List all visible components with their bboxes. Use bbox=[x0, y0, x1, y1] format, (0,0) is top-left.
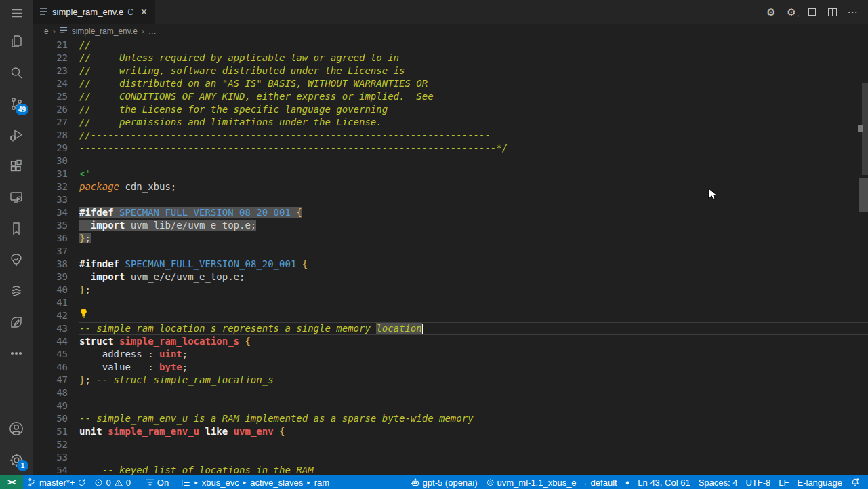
code-line-text[interactable]: unit simple_ram_env_u like uvm_env { bbox=[79, 425, 868, 438]
code-line-text[interactable]: ----------------------------------------… bbox=[79, 142, 868, 155]
remote-explorer-icon[interactable] bbox=[0, 182, 33, 213]
language-mode-item[interactable]: E-language bbox=[793, 475, 847, 489]
code-line-text[interactable] bbox=[79, 399, 868, 412]
run-debug-icon[interactable] bbox=[0, 119, 33, 151]
code-line-50[interactable]: 50-- simple_ram_env_u is a RAM implement… bbox=[33, 412, 868, 425]
code-line-text[interactable]: package cdn_xbus; bbox=[79, 180, 868, 193]
code-line-text[interactable]: value : byte; bbox=[79, 361, 868, 374]
code-line-text[interactable]: // bbox=[79, 39, 868, 52]
code-line-29[interactable]: 29--------------------------------------… bbox=[33, 142, 868, 155]
code-line-32[interactable]: 32package cdn_xbus; bbox=[33, 180, 868, 193]
code-line-text[interactable]: import uvm_e/e/uvm_e_top.e; bbox=[79, 271, 868, 283]
code-line-text[interactable]: // distributed on an "AS IS" BASIS, WITH… bbox=[79, 77, 868, 90]
code-line-24[interactable]: 24// distributed on an "AS IS" BASIS, WI… bbox=[33, 77, 868, 90]
notifications-bell-icon[interactable] bbox=[846, 475, 864, 489]
code-line-text[interactable]: // CONDITIONS OF ANY KIND, either expres… bbox=[79, 90, 868, 103]
code-line-text[interactable]: // permissions and limitations under the… bbox=[79, 116, 868, 129]
record-dot-icon[interactable]: ● bbox=[621, 475, 634, 489]
code-line-47[interactable]: 47}; -- struct simple_ram_location_s bbox=[33, 374, 868, 387]
code-line-37[interactable]: 37 bbox=[33, 245, 868, 258]
code-line-49[interactable]: 49 bbox=[33, 399, 868, 412]
code-line-text[interactable] bbox=[79, 309, 868, 322]
code-line-text[interactable]: // Unless required by applicable law or … bbox=[79, 52, 868, 64]
code-line-53[interactable]: 53 bbox=[33, 451, 868, 464]
breadcrumb-symbol-more[interactable]: … bbox=[148, 26, 157, 36]
code-line-text[interactable]: #ifdef SPECMAN_FULL_VERSION_08_20_001 { bbox=[79, 206, 868, 219]
code-line-35[interactable]: 35 import uvm_lib/e/uvm_e_top.e; bbox=[33, 219, 868, 232]
filter-toggle-item[interactable]: On bbox=[142, 475, 173, 489]
lightbulb-icon[interactable] bbox=[79, 308, 88, 322]
code-line-43[interactable]: 43-- simple_ram_location_s represents a … bbox=[33, 322, 868, 335]
code-line-text[interactable]: // writing, software distributed under t… bbox=[79, 64, 868, 77]
tree-check-icon[interactable] bbox=[0, 244, 33, 275]
code-line-text[interactable] bbox=[79, 193, 868, 206]
code-line-27[interactable]: 27// permissions and limitations under t… bbox=[33, 116, 868, 129]
code-line-54[interactable]: 54 -- keyed list of locations in the RAM bbox=[33, 464, 868, 475]
code-line-text[interactable]: // the License for the specific language… bbox=[79, 103, 868, 116]
code-line-text[interactable] bbox=[79, 245, 868, 258]
wave-circle-icon[interactable] bbox=[0, 275, 33, 307]
code-line-42[interactable]: 42 bbox=[33, 309, 868, 322]
account-icon[interactable] bbox=[0, 413, 33, 444]
code-line-34[interactable]: 34#ifdef SPECMAN_FULL_VERSION_08_20_001 … bbox=[33, 206, 868, 219]
code-line-text[interactable]: #ifndef SPECMAN_FULL_VERSION_08_20_001 { bbox=[79, 258, 868, 271]
code-line-52[interactable]: 52 bbox=[33, 438, 868, 451]
problems-item[interactable]: 0 0 bbox=[90, 475, 134, 489]
code-line-44[interactable]: 44struct simple_ram_location_s { bbox=[33, 335, 868, 348]
code-line-39[interactable]: 39 import uvm_e/e/uvm_e_top.e; bbox=[33, 271, 868, 283]
explorer-icon[interactable] bbox=[0, 26, 33, 57]
code-line-text[interactable] bbox=[79, 438, 868, 451]
config-item[interactable]: uvm_ml-1.1_xbus_e → default bbox=[482, 475, 621, 489]
code-line-25[interactable]: 25// CONDITIONS OF ANY KIND, either expr… bbox=[33, 90, 868, 103]
code-line-48[interactable]: 48 bbox=[33, 387, 868, 399]
code-line-text[interactable]: -- keyed list of locations in the RAM bbox=[79, 464, 868, 475]
code-line-text[interactable]: address : uint; bbox=[79, 348, 868, 361]
indentation-item[interactable]: Spaces: 4 bbox=[695, 475, 742, 489]
code-line-text[interactable]: <' bbox=[79, 168, 868, 180]
code-line-21[interactable]: 21// bbox=[33, 39, 868, 52]
code-line-text[interactable] bbox=[79, 155, 868, 168]
split-editor-icon[interactable] bbox=[826, 6, 838, 18]
editor[interactable]: 21//22// Unless required by applicable l… bbox=[33, 39, 868, 475]
code-line-text[interactable]: struct simple_ram_location_s { bbox=[79, 335, 868, 348]
remote-indicator[interactable]: >< bbox=[0, 475, 23, 489]
code-line-text[interactable]: //--------------------------------------… bbox=[79, 129, 868, 142]
more-actions-icon[interactable]: ⋯ bbox=[846, 6, 859, 18]
code-line-40[interactable]: 40}; bbox=[33, 283, 868, 296]
source-control-icon[interactable]: 49 bbox=[0, 88, 33, 119]
code-line-41[interactable]: 41 bbox=[33, 296, 868, 309]
code-line-26[interactable]: 26// the License for the specific langua… bbox=[33, 103, 868, 116]
bookmarks-icon[interactable] bbox=[0, 213, 33, 244]
more-views-icon[interactable] bbox=[0, 338, 33, 369]
settings-gear-icon[interactable]: ⚙ bbox=[765, 6, 777, 18]
code-line-22[interactable]: 22// Unless required by applicable law o… bbox=[33, 52, 868, 64]
git-branch-item[interactable]: master*+ bbox=[23, 475, 90, 489]
code-line-text[interactable]: }; -- struct simple_ram_location_s bbox=[79, 374, 868, 387]
code-line-text[interactable]: -- simple_ram_env_u is a RAM implemented… bbox=[79, 412, 868, 425]
breadcrumb-file[interactable]: simple_ram_env.e bbox=[72, 26, 138, 36]
extensions-icon[interactable] bbox=[0, 151, 33, 182]
code-line-text[interactable] bbox=[79, 451, 868, 464]
scrollbar-thumb[interactable] bbox=[859, 178, 868, 212]
journal-icon[interactable] bbox=[0, 307, 33, 338]
code-line-45[interactable]: 45 address : uint; bbox=[33, 348, 868, 361]
code-line-36[interactable]: 36}; bbox=[33, 232, 868, 245]
close-icon[interactable]: ✕ bbox=[140, 7, 148, 17]
hierarchy-item[interactable]: ▸ xbus_evc ▸ active_slaves ▸ ram bbox=[177, 475, 333, 489]
code-line-text[interactable] bbox=[79, 387, 868, 399]
menu-icon[interactable] bbox=[0, 0, 33, 26]
code-line-38[interactable]: 38#ifndef SPECMAN_FULL_VERSION_08_20_001… bbox=[33, 258, 868, 271]
tab-simple-ram-env[interactable]: simple_ram_env.e C ✕ bbox=[33, 0, 155, 24]
breadcrumb-folder[interactable]: e bbox=[44, 26, 49, 36]
code-line-51[interactable]: 51unit simple_ram_env_u like uvm_env { bbox=[33, 425, 868, 438]
eol-item[interactable]: LF bbox=[774, 475, 793, 489]
code-line-30[interactable]: 30 bbox=[33, 155, 868, 168]
extension-gear-icon[interactable]: ⚙◦ bbox=[785, 6, 798, 18]
code-line-text[interactable]: -- simple_ram_location_s represents a si… bbox=[79, 322, 868, 335]
code-line-28[interactable]: 28//------------------------------------… bbox=[33, 129, 868, 142]
layout-square-icon[interactable] bbox=[806, 6, 818, 18]
encoding-item[interactable]: UTF-8 bbox=[741, 475, 774, 489]
code-line-46[interactable]: 46 value : byte; bbox=[33, 361, 868, 374]
code-line-23[interactable]: 23// writing, software distributed under… bbox=[33, 64, 868, 77]
model-item[interactable]: gpt-5 (openai) bbox=[407, 475, 482, 489]
